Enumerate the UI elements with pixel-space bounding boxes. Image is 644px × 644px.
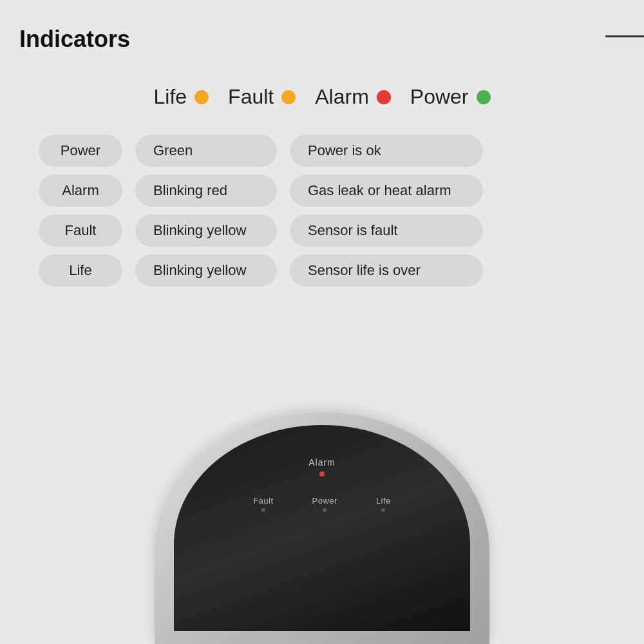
legend-item-life: Life bbox=[154, 85, 209, 109]
legend-label-life: Life bbox=[154, 85, 187, 109]
power-indicator-label: Power bbox=[312, 496, 337, 506]
table-cell-alarm-desc: Gas leak or heat alarm bbox=[290, 175, 483, 207]
table-row: Life Blinking yellow Sensor life is over bbox=[39, 254, 605, 287]
top-line bbox=[605, 35, 644, 37]
fault-indicator-label: Fault bbox=[253, 496, 273, 506]
life-led-dot bbox=[381, 508, 385, 512]
legend-label-alarm: Alarm bbox=[315, 85, 369, 109]
life-dot-icon bbox=[194, 90, 209, 104]
life-indicator: Life bbox=[376, 496, 391, 512]
life-indicator-label: Life bbox=[376, 496, 391, 506]
device-outer-ring: Alarm Fault Power Life bbox=[155, 412, 489, 644]
title-section: Indicators bbox=[0, 0, 644, 66]
power-led-dot bbox=[323, 508, 327, 512]
table-cell-life-color: Blinking yellow bbox=[135, 254, 277, 287]
fault-led-dot bbox=[261, 508, 265, 512]
alarm-led-dot bbox=[319, 471, 325, 477]
fault-indicator: Fault bbox=[253, 496, 273, 512]
table-row: Power Green Power is ok bbox=[39, 135, 605, 167]
alarm-label: Alarm bbox=[308, 457, 336, 468]
table-cell-power-desc: Power is ok bbox=[290, 135, 483, 167]
fault-dot-icon bbox=[281, 90, 296, 104]
legend-item-alarm: Alarm bbox=[315, 85, 391, 109]
alarm-indicator-section: Alarm bbox=[308, 457, 336, 477]
bottom-indicators: Fault Power Life bbox=[253, 496, 391, 512]
alarm-dot-icon bbox=[377, 90, 391, 104]
table-row: Fault Blinking yellow Sensor is fault bbox=[39, 214, 605, 247]
legend-label-power: Power bbox=[410, 85, 469, 109]
table-cell-alarm-label: Alarm bbox=[39, 175, 122, 207]
power-dot-icon bbox=[477, 90, 491, 104]
legend-item-fault: Fault bbox=[228, 85, 296, 109]
table-cell-life-desc: Sensor life is over bbox=[290, 254, 483, 287]
table-cell-life-label: Life bbox=[39, 254, 122, 287]
indicators-table: Power Green Power is ok Alarm Blinking r… bbox=[0, 135, 644, 287]
table-cell-fault-label: Fault bbox=[39, 214, 122, 247]
legend-item-power: Power bbox=[410, 85, 491, 109]
power-indicator: Power bbox=[312, 496, 337, 512]
table-cell-fault-color: Blinking yellow bbox=[135, 214, 277, 247]
table-row: Alarm Blinking red Gas leak or heat alar… bbox=[39, 175, 605, 207]
device-area: Alarm Fault Power Life bbox=[129, 412, 515, 644]
table-cell-power-color: Green bbox=[135, 135, 277, 167]
page-container: Indicators Life Fault Alarm Power Power … bbox=[0, 0, 644, 644]
table-cell-power-label: Power bbox=[39, 135, 122, 167]
device-inner-face: Alarm Fault Power Life bbox=[174, 425, 470, 631]
table-cell-fault-desc: Sensor is fault bbox=[290, 214, 483, 247]
page-title: Indicators bbox=[19, 26, 130, 52]
legend-label-fault: Fault bbox=[228, 85, 274, 109]
table-cell-alarm-color: Blinking red bbox=[135, 175, 277, 207]
legend-row: Life Fault Alarm Power bbox=[0, 85, 644, 109]
